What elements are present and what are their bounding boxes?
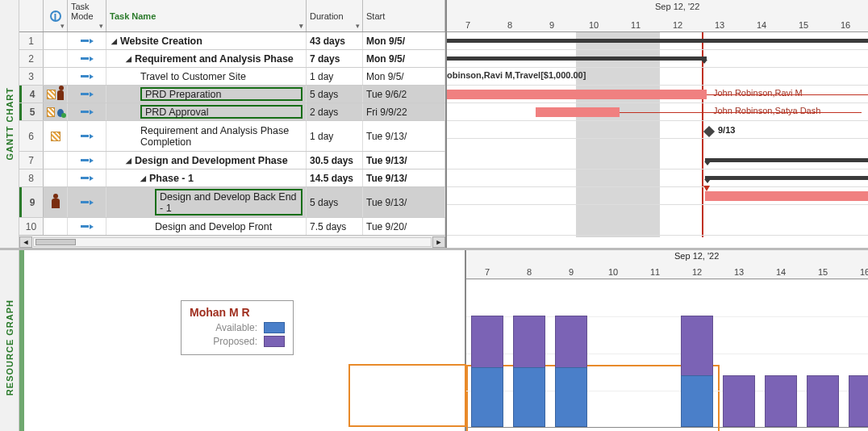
summary-bar xyxy=(447,56,707,61)
task-name-cell[interactable]: Travel to Customer Site xyxy=(106,68,307,85)
day-label: 14 xyxy=(760,267,802,277)
task-row[interactable]: 10Design and Develop Front7.5 daysTue 9/… xyxy=(19,218,445,235)
task-mode-icon xyxy=(81,224,94,229)
task-name-cell[interactable]: Design and Develop Front xyxy=(106,218,307,235)
scroll-right-button[interactable]: ► xyxy=(432,236,445,248)
duration-cell[interactable]: 7 days xyxy=(307,50,363,67)
row-number[interactable]: 2 xyxy=(19,50,44,67)
globe-icon xyxy=(57,109,64,117)
task-row[interactable]: 3Travel to Customer Site1 dayMon 9/5/ xyxy=(19,68,445,86)
start-cell[interactable]: Tue 9/13/ xyxy=(363,187,445,217)
start-cell[interactable]: Mon 9/5/ xyxy=(363,68,445,85)
grid-header: i▾ TaskMode▾ Task Name▾ Duration▾ Start xyxy=(19,0,445,32)
day-label: 13 xyxy=(699,20,741,30)
resource-graph-tab[interactable]: RESOURCE GRAPH xyxy=(0,250,19,431)
task-row[interactable]: 5PRD Approval2 daysFri 9/9/22 xyxy=(19,103,445,121)
start-cell[interactable]: Tue 9/20/ xyxy=(363,218,445,235)
task-row[interactable]: 7◢Design and Development Phase30.5 daysT… xyxy=(19,152,445,169)
task-mode-icon xyxy=(81,110,94,115)
legend-swatch-proposed xyxy=(264,336,285,347)
task-grid: i▾ TaskMode▾ Task Name▾ Duration▾ Start … xyxy=(19,0,447,248)
indicator-icon xyxy=(51,132,61,141)
task-bar xyxy=(447,90,707,99)
task-row[interactable]: 6Requirement and Analysis Phase Completi… xyxy=(19,121,445,152)
row-number[interactable]: 8 xyxy=(19,169,44,186)
row-number[interactable]: 10 xyxy=(19,218,44,235)
task-name: Travel to Customer Site xyxy=(140,71,246,82)
assignment-label: obinson,Ravi M,Travel[$1,000.00] xyxy=(447,70,586,80)
duration-cell[interactable]: 5 days xyxy=(307,86,363,103)
highlight-rect xyxy=(348,364,466,427)
horizontal-scrollbar[interactable]: ◄ ► xyxy=(19,235,445,248)
row-number[interactable]: 5 xyxy=(19,103,44,120)
row-number[interactable]: 9 xyxy=(19,187,44,217)
start-cell[interactable]: Tue 9/13/ xyxy=(363,152,445,169)
task-mode-icon xyxy=(81,158,94,163)
duration-cell[interactable]: 1 day xyxy=(307,121,363,151)
day-label: 16 xyxy=(824,20,866,30)
duration-cell[interactable]: 1 day xyxy=(307,68,363,85)
duration-cell[interactable]: 7.5 days xyxy=(307,218,363,235)
legend: Mohan M R Available: Proposed: xyxy=(181,300,294,355)
task-row[interactable]: 9Design and Develop Back End - 15 daysTu… xyxy=(19,187,445,218)
day-label: 13 xyxy=(718,267,760,277)
task-name: Requirement and Analysis Phase Completio… xyxy=(140,125,303,148)
row-number[interactable]: 4 xyxy=(19,86,44,103)
legend-proposed: Proposed: xyxy=(213,336,257,347)
task-name-cell[interactable]: ◢Phase - 1 xyxy=(106,169,307,186)
start-cell[interactable]: Tue 9/13/ xyxy=(363,169,445,186)
task-row[interactable]: 4PRD Preparation5 daysTue 9/6/2 xyxy=(19,86,445,103)
day-label: 16 xyxy=(844,267,868,277)
duration-cell[interactable]: 30.5 days xyxy=(307,152,363,169)
task-name-cell[interactable]: Design and Develop Back End - 1 xyxy=(106,187,307,217)
proposed-bar xyxy=(723,375,755,427)
task-mode-icon xyxy=(81,134,94,139)
task-name: Requirement and Analysis Phase xyxy=(135,53,294,65)
task-name-cell[interactable]: ◢Website Creation xyxy=(106,32,307,49)
start-cell[interactable]: Fri 9/9/22 xyxy=(363,103,445,120)
row-number[interactable]: 7 xyxy=(19,152,44,169)
legend-swatch-available xyxy=(264,322,285,333)
col-task-name[interactable]: Task Name xyxy=(110,11,156,21)
gantt-timeline[interactable]: Sep 12, '22 78910111213141516 obinson,Ra… xyxy=(447,0,868,248)
task-row[interactable]: 1◢Website Creation43 daysMon 9/5/ xyxy=(19,32,445,50)
row-number[interactable]: 3 xyxy=(19,68,44,85)
day-label: 7 xyxy=(447,20,489,30)
day-label: 8 xyxy=(489,20,531,30)
duration-cell[interactable]: 14.5 days xyxy=(307,169,363,186)
gantt-chart-tab[interactable]: GANTT CHART xyxy=(0,0,19,248)
row-number[interactable]: 6 xyxy=(19,121,44,151)
task-row[interactable]: 8◢Phase - 114.5 daysTue 9/13/ xyxy=(19,169,445,187)
day-label: 11 xyxy=(634,267,676,277)
task-name-cell[interactable]: Requirement and Analysis Phase Completio… xyxy=(106,121,307,151)
row-number[interactable]: 1 xyxy=(19,32,44,49)
day-label: 15 xyxy=(782,20,824,30)
task-mode-icon xyxy=(81,92,94,97)
task-row[interactable]: 2◢Requirement and Analysis Phase7 daysMo… xyxy=(19,50,445,68)
start-cell[interactable]: Tue 9/13/ xyxy=(363,121,445,151)
indicator-icon xyxy=(47,107,55,117)
col-start[interactable]: Start xyxy=(366,11,385,21)
proposed-bar xyxy=(807,375,839,427)
task-name-cell[interactable]: ◢Design and Development Phase xyxy=(106,152,307,169)
duration-cell[interactable]: 2 days xyxy=(307,103,363,120)
task-name-cell[interactable]: ◢Requirement and Analysis Phase xyxy=(106,50,307,67)
duration-cell[interactable]: 43 days xyxy=(307,32,363,49)
person-icon xyxy=(57,90,65,100)
assignment-label: John Robinson,Ravi M xyxy=(713,88,803,98)
task-name: Design and Develop Back End - 1 xyxy=(160,191,298,214)
task-name-cell[interactable]: PRD Approval xyxy=(106,103,307,120)
day-label: 12 xyxy=(676,267,718,277)
task-name: PRD Approval xyxy=(145,107,209,118)
start-cell[interactable]: Tue 9/6/2 xyxy=(363,86,445,103)
task-name-cell[interactable]: PRD Preparation xyxy=(106,86,307,103)
legend-available: Available: xyxy=(215,322,257,333)
col-task-mode[interactable]: Task xyxy=(71,2,90,11)
start-cell[interactable]: Mon 9/5/ xyxy=(363,50,445,67)
col-duration[interactable]: Duration xyxy=(310,11,344,21)
duration-cell[interactable]: 5 days xyxy=(307,187,363,217)
start-cell[interactable]: Mon 9/5/ xyxy=(363,32,445,49)
scroll-left-button[interactable]: ◄ xyxy=(19,236,32,248)
resource-legend-pane: Mohan M R Available: Proposed: Remaining… xyxy=(19,250,466,431)
proposed-bar xyxy=(849,375,868,427)
